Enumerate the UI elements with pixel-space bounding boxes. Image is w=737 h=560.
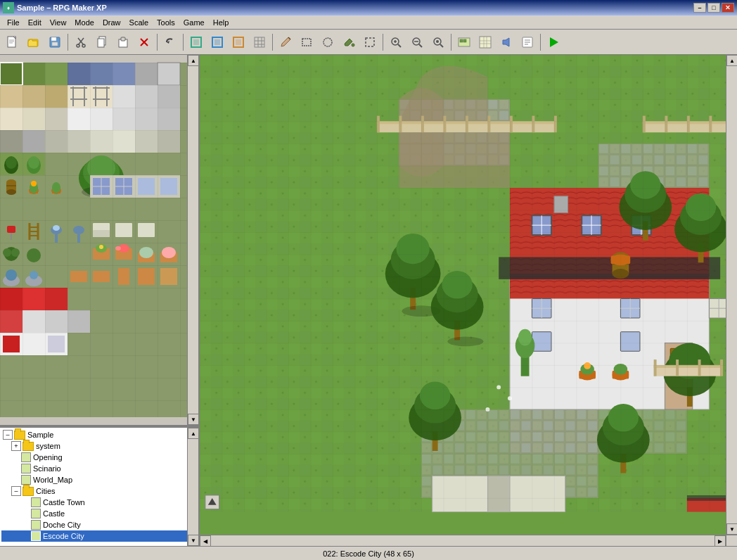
tree-label-system: system <box>36 442 60 450</box>
palette-scroll-down[interactable]: ▼ <box>188 414 198 425</box>
expand-sample[interactable]: – <box>3 430 13 440</box>
tree-item-system[interactable]: + system <box>1 440 197 452</box>
copy-button[interactable] <box>92 32 112 52</box>
layer3-button[interactable] <box>229 32 248 52</box>
tileset-button[interactable] <box>475 32 495 52</box>
menu-help[interactable]: Help <box>209 17 233 28</box>
events-button[interactable] <box>250 32 269 52</box>
menu-view[interactable]: View <box>46 17 71 28</box>
menu-mode[interactable]: Mode <box>70 17 98 28</box>
svg-marker-58 <box>550 37 558 47</box>
map-vscroll-track <box>726 66 737 523</box>
menu-edit[interactable]: Edit <box>24 17 46 28</box>
paste-button[interactable] <box>113 32 133 52</box>
map-tree-list: – Sample + system Opening <box>0 428 198 546</box>
tile-palette[interactable]: ▲ ▼ <box>0 55 198 426</box>
svg-rect-15 <box>121 37 125 41</box>
menu-file[interactable]: File <box>3 17 24 28</box>
zoom-out-button[interactable] <box>407 32 427 52</box>
svg-rect-6 <box>51 37 56 41</box>
pencil-button[interactable] <box>276 32 295 52</box>
svg-rect-22 <box>214 39 220 45</box>
palette-scroll-up[interactable]: ▲ <box>188 55 198 66</box>
statusbar: 022: Escode City (48 x 65) <box>0 546 737 560</box>
folder-icon-system <box>23 442 34 451</box>
svg-rect-7 <box>52 42 58 46</box>
tree-scrollbar[interactable]: ▲ ▼ <box>187 428 198 546</box>
tree-scroll-up[interactable]: ▲ <box>188 428 198 439</box>
palette-scrollbar[interactable]: ▲ ▼ <box>187 55 198 425</box>
rect-tool-button[interactable] <box>297 32 316 52</box>
map-canvas-area[interactable]: ▲ ▼ ◀ ▶ <box>200 55 737 546</box>
map-canvas <box>200 55 726 535</box>
sep3 <box>183 34 184 51</box>
map-hscroll-right[interactable]: ▶ <box>714 535 726 546</box>
svg-point-10 <box>77 44 79 47</box>
fill-tool-button[interactable] <box>339 32 359 52</box>
circle-tool-button[interactable] <box>318 32 338 52</box>
svg-rect-47 <box>463 39 466 42</box>
tree-scroll-down[interactable]: ▼ <box>188 535 198 546</box>
play-button[interactable] <box>544 32 563 52</box>
menu-draw[interactable]: Draw <box>98 17 125 28</box>
script-button[interactable] <box>518 32 537 52</box>
undo-button[interactable] <box>160 32 180 52</box>
tree-item-world-map[interactable]: World_Map <box>1 474 197 485</box>
tree-item-escode-city[interactable]: Escode City <box>1 530 197 542</box>
window-title: Sample – RPG Maker XP <box>17 4 107 12</box>
map-hscroll-left[interactable]: ◀ <box>200 535 211 546</box>
map-hscrollbar[interactable]: ◀ ▶ <box>200 535 726 546</box>
map-icon-castle <box>31 509 41 518</box>
save-button[interactable] <box>45 32 65 52</box>
map-vscroll-down[interactable]: ▼ <box>726 523 737 535</box>
new-button[interactable] <box>3 32 23 52</box>
zoom-in-button[interactable] <box>386 32 406 52</box>
zoom-normal-button[interactable] <box>428 32 448 52</box>
maximize-button[interactable]: □ <box>707 3 720 13</box>
tree-item-sample[interactable]: – Sample <box>1 429 197 440</box>
menu-game[interactable]: Game <box>179 17 209 28</box>
tree-label-opening: Opening <box>33 453 63 462</box>
sep2 <box>157 34 158 51</box>
tree-item-doche-city[interactable]: Doche City <box>1 519 197 530</box>
tree-item-cities[interactable]: – Cities <box>1 485 197 497</box>
tree-item-opening[interactable]: Opening <box>1 452 197 463</box>
svg-rect-25 <box>255 37 264 47</box>
sep1 <box>68 34 68 51</box>
map-icon-doche-city <box>31 520 41 530</box>
tree-label-doche-city: Doche City <box>43 521 81 529</box>
sep4 <box>272 34 273 51</box>
tree-label-castle-town: Castle Town <box>43 498 85 507</box>
map-vscroll-up[interactable]: ▲ <box>726 55 737 66</box>
map-icon-world-map <box>21 475 31 485</box>
map-props-button[interactable] <box>454 32 474 52</box>
layer2-button[interactable] <box>207 32 227 52</box>
menu-tools[interactable]: Tools <box>153 17 179 28</box>
expand-cities[interactable]: – <box>11 486 21 496</box>
audio-button[interactable] <box>496 32 516 52</box>
layer1-button[interactable] <box>186 32 206 52</box>
map-vscrollbar[interactable]: ▲ ▼ <box>726 55 737 535</box>
open-button[interactable] <box>24 32 44 52</box>
map-icon-escode-city <box>31 531 41 541</box>
tree-item-castle[interactable]: Castle <box>1 508 197 519</box>
svg-line-36 <box>398 44 401 47</box>
tree-item-castle-town[interactable]: Castle Town <box>1 497 197 508</box>
map-icon-scinario <box>21 464 31 473</box>
titlebar: ♦ Sample – RPG Maker XP – □ ✕ <box>0 0 737 15</box>
close-button[interactable]: ✕ <box>722 3 734 13</box>
svg-line-43 <box>440 44 443 47</box>
svg-point-33 <box>352 44 354 46</box>
tree-label-sample: Sample <box>27 431 53 439</box>
menu-scale[interactable]: Scale <box>125 17 153 28</box>
tree-item-scinario[interactable]: Scinario <box>1 463 197 474</box>
minimize-button[interactable]: – <box>693 3 706 13</box>
delete-button[interactable] <box>134 32 154 52</box>
menubar: File Edit View Mode Draw Scale Tools Gam… <box>0 15 737 30</box>
expand-system[interactable]: + <box>11 441 21 451</box>
statusbar-text: 022: Escode City (48 x 65) <box>3 549 734 558</box>
scroll-corner <box>726 535 737 546</box>
titlebar-buttons: – □ ✕ <box>693 3 734 13</box>
select-tool-button[interactable] <box>360 32 380 52</box>
cut-button[interactable] <box>71 32 91 52</box>
